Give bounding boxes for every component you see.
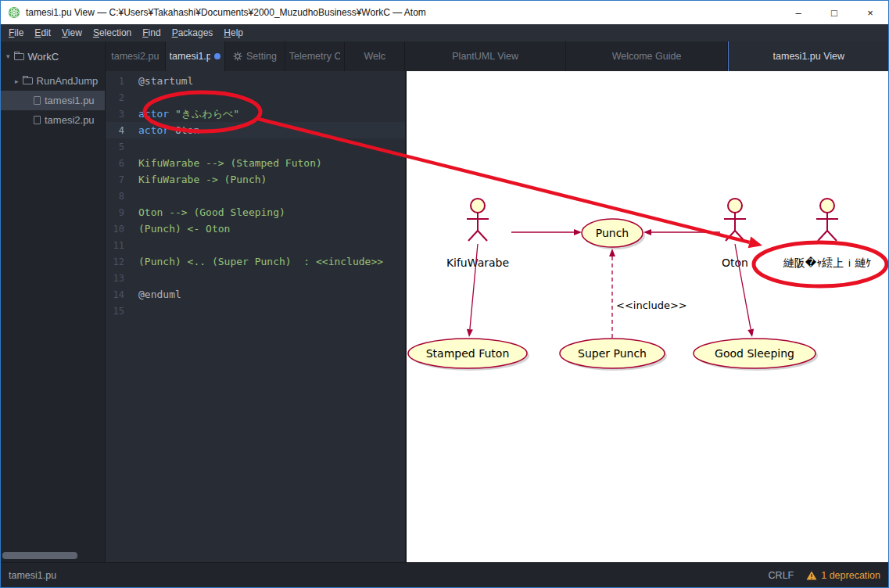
uml-diagram: PunchStamped FutonSuper PunchGood Sleepi… (407, 71, 889, 562)
tab-plantuml-view[interactable]: PlantUML View (405, 41, 566, 71)
actor-leg-left (726, 231, 735, 241)
tab-label: tamesi2.pu (111, 51, 159, 62)
title-bar: tamesi1.pu View — C:¥Users¥Takahashi¥Doc… (1, 1, 888, 24)
code-text: @enduml (132, 289, 181, 300)
code-line-9[interactable]: 9Oton --> (Good Sleeping) (106, 204, 405, 220)
menu-help[interactable]: Help (218, 26, 249, 40)
code-editor[interactable]: 1@startuml23actor "きふわらべ"4actor Oton56Ki… (106, 71, 405, 564)
tree-view: ▾ WorkC ▸RunAndJumptamesi1.putamesi2.pu (1, 41, 106, 564)
code-line-1[interactable]: 1@startuml (106, 73, 405, 89)
minimize-button[interactable]: – (780, 1, 816, 24)
warning-icon (806, 571, 817, 580)
menu-packages[interactable]: Packages (167, 26, 219, 40)
tab-tamesi1-pu[interactable]: tamesi1.pu (166, 41, 226, 71)
menu-find[interactable]: Find (137, 26, 166, 40)
code-line-5[interactable]: 5 (106, 138, 405, 155)
code-line-15[interactable]: 15 (106, 303, 405, 319)
code-line-12[interactable]: 12(Punch) <.. (Super Punch) : <<include>… (106, 253, 405, 270)
menu-bar: FileEditViewSelectionFindPackagesHelp (1, 24, 888, 41)
usecase-label-punch: Punch (596, 227, 629, 239)
tab-telemetry-c[interactable]: Telemetry C (285, 41, 346, 71)
actor-label-mojibake-kifuwarabe: 縺阪�ｬ繧上ｉ縺ｹ (783, 256, 871, 269)
code-line-4[interactable]: 4actor Oton (106, 122, 405, 138)
plantuml-view-pane: PunchStamped FutonSuper PunchGood Sleepi… (405, 71, 889, 564)
actor-leg-left (468, 231, 478, 241)
uml-edge-oton-to-good-sleeping-arrowhead (747, 328, 754, 337)
code-line-6[interactable]: 6KifuWarabe --> (Stamped Futon) (106, 155, 405, 171)
file-icon (34, 116, 41, 124)
line-number: 3 (106, 109, 132, 120)
code-token: KifuWarabe -> (Punch) (138, 174, 267, 185)
code-text: (Punch) <- Oton (132, 223, 230, 235)
code-token: Oton (175, 124, 199, 136)
tab-tamesi2-pu[interactable]: tamesi2.pu (106, 41, 166, 71)
tree-horizontal-scrollbar[interactable] (2, 552, 77, 559)
window-controls: – □ × (780, 1, 888, 24)
uml-edge-super-punch-include-punch-arrowhead (609, 249, 615, 256)
tab-label: Telemetry C (289, 51, 341, 62)
code-line-10[interactable]: 10(Punch) <- Oton (106, 220, 405, 237)
actor-leg-right (827, 231, 837, 241)
tree-item-label: tamesi2.pu (45, 114, 95, 126)
chevron-right-icon: ▸ (15, 77, 19, 85)
line-number: 4 (106, 125, 132, 136)
menu-selection[interactable]: Selection (88, 26, 137, 40)
code-text: actor Oton (132, 124, 199, 136)
code-text: KifuWarabe -> (Punch) (132, 174, 267, 185)
tab-label: Welcome Guide (612, 51, 682, 62)
statusbar-right: CRLF 1 deprecation (769, 570, 880, 581)
tree-item-tamesi2-pu[interactable]: tamesi2.pu (1, 110, 105, 130)
deprecation-warning[interactable]: 1 deprecation (806, 570, 880, 581)
tab-welc[interactable]: Welc (345, 41, 405, 71)
tree-root-workc[interactable]: ▾ WorkC (1, 41, 105, 71)
code-line-14[interactable]: 14@enduml (106, 286, 405, 303)
code-line-7[interactable]: 7KifuWarabe -> (Punch) (106, 171, 405, 188)
code-line-11[interactable]: 11 (106, 237, 405, 253)
line-number: 6 (106, 158, 132, 169)
line-number: 9 (106, 207, 132, 218)
tree-item-label: RunAndJump (37, 75, 99, 87)
status-bar: tamesi1.pu CRLF 1 deprecation (1, 562, 888, 587)
actor-head (820, 199, 834, 213)
actor-mojibake-kifuwarabe: 縺阪�ｬ繧上ｉ縺ｹ (783, 199, 871, 269)
tree-item-tamesi1-pu[interactable]: tamesi1.pu (1, 91, 105, 110)
atom-icon (8, 6, 20, 19)
tab-setting[interactable]: Setting (225, 41, 285, 71)
actor-leg-right (478, 231, 487, 241)
tab-label: PlantUML View (452, 51, 518, 62)
menu-file[interactable]: File (3, 26, 29, 40)
line-number: 11 (106, 240, 132, 251)
file-icon (34, 96, 41, 105)
usecase-label-stamped-futon: Stamped Futon (426, 347, 510, 360)
tree-item-runandjump[interactable]: ▸RunAndJump (1, 71, 105, 91)
maximize-button[interactable]: □ (816, 1, 852, 24)
line-number: 2 (106, 92, 132, 103)
menu-edit[interactable]: Edit (29, 26, 56, 40)
actor-leg-left (818, 231, 827, 241)
tab-label: tamesi1.pu View (773, 51, 845, 62)
line-number: 8 (106, 191, 132, 202)
actor-label-kifuwarabe: KifuWarabe (446, 256, 509, 269)
code-line-8[interactable]: 8 (106, 188, 405, 204)
tab-label: Setting (246, 51, 277, 62)
code-token: (Punch) <- Oton (138, 223, 230, 235)
tab-welcome-guide[interactable]: Welcome Guide (566, 41, 727, 71)
uml-edge-kifuwarabe-to-stamped-futon-arrowhead (467, 329, 473, 337)
actor-label-oton: Oton (722, 256, 748, 269)
tree-root-label: WorkC (28, 51, 59, 63)
line-number: 5 (106, 142, 132, 152)
code-text: @startuml (132, 75, 193, 87)
menu-view[interactable]: View (56, 26, 88, 40)
code-line-3[interactable]: 3actor "きふわらべ" (106, 106, 405, 122)
actor-kifuwarabe: KifuWarabe (446, 199, 509, 269)
line-number: 10 (106, 224, 132, 235)
deprecation-label: 1 deprecation (821, 570, 880, 581)
close-button[interactable]: × (852, 1, 888, 24)
tab-tamesi1-pu-view[interactable]: tamesi1.pu View (728, 41, 889, 71)
line-ending-indicator[interactable]: CRLF (769, 570, 794, 581)
code-line-2[interactable]: 2 (106, 89, 405, 106)
code-token: "きふわらべ" (175, 108, 239, 120)
tab-label: tamesi1.pu (170, 51, 211, 62)
statusbar-filename[interactable]: tamesi1.pu (9, 570, 56, 581)
code-line-13[interactable]: 13 (106, 270, 405, 286)
